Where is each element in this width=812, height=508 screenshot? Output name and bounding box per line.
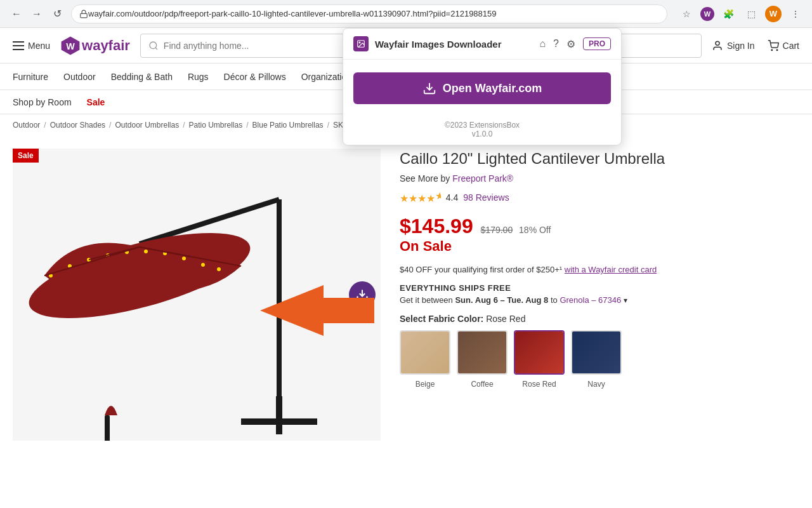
cart-label: Cart <box>783 41 799 51</box>
svg-point-16 <box>144 250 148 253</box>
popup-header: Wayfair Images Downloader ⌂ ? ⚙ PRO <box>343 29 621 60</box>
extension-icon[interactable]: W <box>700 7 714 21</box>
svg-rect-28 <box>105 415 110 441</box>
browser-icons: ☆ W 🧩 ⬚ W ⋮ <box>678 5 804 23</box>
sign-in-label: Sign In <box>727 41 755 51</box>
image-download-icon <box>357 39 365 48</box>
profile-icon[interactable]: W <box>765 6 782 22</box>
svg-point-35 <box>359 42 360 43</box>
svg-point-20 <box>217 267 221 271</box>
popup-copyright: ©2023 ExtensionsBox <box>350 121 615 130</box>
breadcrumb-outdoor-shades[interactable]: Outdoor Shades <box>50 121 105 130</box>
svg-point-4 <box>716 41 719 45</box>
original-price: $179.00 <box>481 225 513 235</box>
wayfair-logo[interactable]: W wayfair <box>60 36 130 56</box>
popup-version: v1.0.0 <box>350 130 615 138</box>
address-bar[interactable]: wayfair.com/outdoor/pdp/freeport-park-ca… <box>71 4 667 23</box>
forward-button[interactable]: → <box>28 5 46 23</box>
color-value: Rose Red <box>486 314 525 324</box>
color-swatches <box>400 330 799 375</box>
open-wayfair-label: Open Wayfair.com <box>443 82 542 95</box>
nav-item-furniture[interactable]: Furniture <box>13 72 48 82</box>
cart-icon <box>768 40 779 51</box>
sale-badge: Sale <box>13 149 39 163</box>
swatch-rosered[interactable] <box>514 330 565 375</box>
nav-item-outdoor[interactable]: Outdoor <box>63 72 96 82</box>
svg-marker-33 <box>260 285 374 336</box>
price-row: $145.99 $179.00 18% Off <box>400 215 799 238</box>
open-wayfair-button[interactable]: Open Wayfair.com <box>353 72 611 104</box>
swatch-label-rosered: Rose Red <box>514 380 565 389</box>
nav-item-bedding[interactable]: Bedding & Bath <box>111 72 173 82</box>
secondary-nav-shop-by-room[interactable]: Shop by Room <box>13 97 72 107</box>
menu-label: Menu <box>28 41 50 51</box>
secondary-nav-sale[interactable]: Sale <box>87 97 105 107</box>
shipping-detail: Get it between Sun. Aug 6 – Tue. Aug 8 t… <box>400 295 799 305</box>
reviews-link[interactable]: 98 Reviews <box>463 192 509 203</box>
logo-icon: W <box>60 36 81 56</box>
breadcrumb-blue-patio[interactable]: Blue Patio Umbrellas <box>252 121 324 130</box>
bookmark-button[interactable]: ☆ <box>678 5 695 23</box>
browser-nav-buttons: ← → ↺ <box>8 5 66 23</box>
see-more-line: See More by Freeport Park® <box>400 173 799 184</box>
swatch-label-coffee: Coffee <box>457 380 508 389</box>
popup-header-actions: ⌂ ? ⚙ PRO <box>539 37 611 50</box>
shipping-section: EVERYTHING SHIPS FREE Get it between Sun… <box>400 283 799 305</box>
header-actions: Sign In Cart <box>712 40 799 51</box>
popup-body: Open Wayfair.com <box>343 60 621 114</box>
reload-button[interactable]: ↺ <box>48 5 66 23</box>
back-button[interactable]: ← <box>8 5 25 23</box>
credit-card-link[interactable]: with a Wayfair credit card <box>565 265 657 274</box>
credit-card-section: $40 OFF your qualifying first order of $… <box>400 265 799 274</box>
current-price: $145.99 <box>400 215 473 237</box>
nav-item-decor[interactable]: Décor & Pillows <box>224 72 286 82</box>
swatch-coffee[interactable] <box>457 330 508 375</box>
breadcrumb-patio-umbrellas[interactable]: Patio Umbrellas <box>189 121 243 130</box>
product-title: Caillo 120" Lighted Cantilever Umbrella <box>400 149 799 168</box>
url-text: wayfair.com/outdoor/pdp/freeport-park-ca… <box>88 9 659 18</box>
search-icon <box>148 41 159 51</box>
swatch-beige[interactable] <box>400 330 450 375</box>
popup-home-button[interactable]: ⌂ <box>539 38 546 50</box>
rating-row: ★★★★★ 4.4 98 Reviews <box>400 190 799 204</box>
sidebar-button[interactable]: ⬚ <box>742 5 760 23</box>
arrow-svg <box>260 285 374 336</box>
popup-settings-button[interactable]: ⚙ <box>566 38 575 50</box>
rating-number: 4.4 <box>446 192 458 203</box>
shipping-dates: Sun. Aug 6 – Tue. Aug 8 <box>455 295 548 305</box>
nav-item-rugs[interactable]: Rugs <box>188 72 209 82</box>
svg-point-5 <box>771 50 773 51</box>
popup-title: Wayfair Images Downloader <box>375 39 533 50</box>
popup-footer: ©2023 ExtensionsBox v1.0.0 <box>343 114 621 145</box>
extension-popup: Wayfair Images Downloader ⌂ ? ⚙ PRO Open… <box>343 28 622 145</box>
breadcrumb-outdoor-umbrellas[interactable]: Outdoor Umbrellas <box>115 121 179 130</box>
hamburger-menu[interactable]: Menu <box>13 41 50 51</box>
person-icon <box>712 40 723 51</box>
svg-text:W: W <box>66 41 75 51</box>
delivery-location-link[interactable]: Grenola – 67346 <box>560 295 621 305</box>
price-section: $145.99 $179.00 18% Off On Sale <box>400 215 799 255</box>
lock-icon <box>79 10 88 18</box>
browser-chrome: ← → ↺ wayfair.com/outdoor/pdp/freeport-p… <box>0 0 812 28</box>
svg-rect-0 <box>81 13 88 17</box>
svg-point-18 <box>182 257 186 260</box>
sign-in-button[interactable]: Sign In <box>712 40 755 51</box>
cart-button[interactable]: Cart <box>768 40 799 51</box>
product-area: Sale <box>0 136 812 453</box>
popup-help-button[interactable]: ? <box>553 38 559 50</box>
menu-button[interactable]: ⋮ <box>787 5 804 23</box>
product-image-container: Sale <box>13 149 381 441</box>
color-label: Select Fabric Color: Rose Red <box>400 314 799 324</box>
on-sale-text: On Sale <box>400 238 799 255</box>
product-details: Caillo 120" Lighted Cantilever Umbrella … <box>400 149 799 441</box>
svg-point-3 <box>150 42 157 49</box>
svg-point-19 <box>201 263 205 267</box>
puzzle-button[interactable]: 🧩 <box>719 5 737 23</box>
breadcrumb-outdoor[interactable]: Outdoor <box>13 121 40 130</box>
swatch-label-beige: Beige <box>400 380 450 389</box>
logo-text: wayfair <box>82 37 130 54</box>
swatch-navy[interactable] <box>571 330 622 375</box>
brand-link[interactable]: Freeport Park® <box>452 173 513 184</box>
discount-percent: 18% Off <box>519 225 551 235</box>
swatch-label-navy: Navy <box>571 380 622 389</box>
